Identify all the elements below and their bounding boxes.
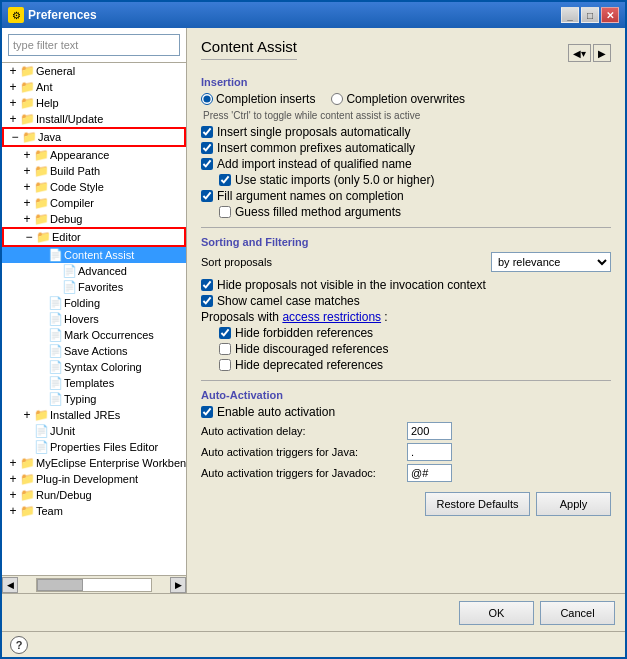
minimize-button[interactable]: _ bbox=[561, 7, 579, 23]
tree-label-general: General bbox=[36, 65, 75, 77]
sort-proposals-label: Sort proposals bbox=[201, 256, 272, 268]
apply-button[interactable]: Apply bbox=[536, 492, 611, 516]
folder-icon-run-debug: 📁 bbox=[20, 488, 34, 502]
check-use-static-input[interactable] bbox=[219, 174, 231, 186]
tree-label-plugin: Plug-in Development bbox=[36, 473, 138, 485]
check-guess-filled-input[interactable] bbox=[219, 206, 231, 218]
tree-item-java[interactable]: − 📁 Java bbox=[2, 127, 186, 147]
tree-item-syntax-coloring[interactable]: 📄 Syntax Coloring bbox=[2, 359, 186, 375]
tree-item-general[interactable]: + 📁 General bbox=[2, 63, 186, 79]
check-hide-forbidden-input[interactable] bbox=[219, 327, 231, 339]
maximize-button[interactable]: □ bbox=[581, 7, 599, 23]
nav-forward-button[interactable]: ▶ bbox=[593, 44, 611, 62]
folder-icon-editor: 📁 bbox=[36, 230, 50, 244]
tree-item-props[interactable]: 📄 Properties Files Editor bbox=[2, 439, 186, 455]
tree-item-typing[interactable]: 📄 Typing bbox=[2, 391, 186, 407]
tree-item-templates[interactable]: 📄 Templates bbox=[2, 375, 186, 391]
tree-label-syntax: Syntax Coloring bbox=[64, 361, 142, 373]
tree-item-myeclipse[interactable]: + 📁 MyEclipse Enterprise Workbenc bbox=[2, 455, 186, 471]
separator-1 bbox=[201, 227, 611, 228]
insertion-label: Insertion bbox=[201, 76, 611, 88]
radio-completion-overwrites: Completion overwrites bbox=[331, 92, 465, 106]
tree-item-favorites[interactable]: 📄 Favorites bbox=[2, 279, 186, 295]
restore-defaults-button[interactable]: Restore Defaults bbox=[425, 492, 530, 516]
tree-item-junit[interactable]: 📄 JUnit bbox=[2, 423, 186, 439]
auto-java-input[interactable] bbox=[407, 443, 452, 461]
tree-item-appearance[interactable]: + 📁 Appearance bbox=[2, 147, 186, 163]
tree-label-templates: Templates bbox=[64, 377, 114, 389]
folder-icon-install: 📁 bbox=[20, 112, 34, 126]
access-restrictions-link[interactable]: access restrictions bbox=[282, 310, 381, 324]
cancel-button[interactable]: Cancel bbox=[540, 601, 615, 625]
scroll-left-button[interactable]: ◀ bbox=[2, 577, 18, 593]
folder-icon-java: 📁 bbox=[22, 130, 36, 144]
tree-item-debug[interactable]: + 📁 Debug bbox=[2, 211, 186, 227]
page-icon-syntax: 📄 bbox=[48, 360, 62, 374]
tree-label-jres: Installed JREs bbox=[50, 409, 120, 421]
tree-item-compiler[interactable]: + 📁 Compiler bbox=[2, 195, 186, 211]
check-hide-deprecated-input[interactable] bbox=[219, 359, 231, 371]
sort-select[interactable]: by relevance alphabetically bbox=[491, 252, 611, 272]
check-insert-common-input[interactable] bbox=[201, 142, 213, 154]
tree-label-debug: Debug bbox=[50, 213, 82, 225]
tree-item-save-actions[interactable]: 📄 Save Actions bbox=[2, 343, 186, 359]
folder-icon-help: 📁 bbox=[20, 96, 34, 110]
check-fill-arg-input[interactable] bbox=[201, 190, 213, 202]
folder-icon-plugin: 📁 bbox=[20, 472, 34, 486]
close-button[interactable]: ✕ bbox=[601, 7, 619, 23]
expand-icon-code-style: + bbox=[20, 180, 34, 194]
expand-icon-debug: + bbox=[20, 212, 34, 226]
h-scrollbar[interactable] bbox=[36, 578, 152, 592]
window-icon: ⚙ bbox=[8, 7, 24, 23]
check-add-import-input[interactable] bbox=[201, 158, 213, 170]
tree-item-code-style[interactable]: + 📁 Code Style bbox=[2, 179, 186, 195]
proposals-access-row: Proposals with access restrictions : bbox=[201, 310, 611, 324]
radio-inserts-input[interactable] bbox=[201, 93, 213, 105]
preferences-window: ⚙ Preferences _ □ ✕ + 📁 General bbox=[0, 0, 627, 659]
folder-icon-jres: 📁 bbox=[34, 408, 48, 422]
check-camel-case-input[interactable] bbox=[201, 295, 213, 307]
auto-delay-input[interactable] bbox=[407, 422, 452, 440]
radio-overwrites-input[interactable] bbox=[331, 93, 343, 105]
tree-item-content-assist[interactable]: 📄 Content Assist bbox=[2, 247, 186, 263]
check-hide-forbidden-label: Hide forbidden references bbox=[235, 326, 373, 340]
tree-item-team[interactable]: + 📁 Team bbox=[2, 503, 186, 519]
proposals-colon: : bbox=[384, 310, 387, 324]
tree-item-ant[interactable]: + 📁 Ant bbox=[2, 79, 186, 95]
tree-item-help[interactable]: + 📁 Help bbox=[2, 95, 186, 111]
check-hide-not-visible-label: Hide proposals not visible in the invoca… bbox=[217, 278, 486, 292]
expand-icon-templates bbox=[34, 376, 48, 390]
tree-item-run-debug[interactable]: + 📁 Run/Debug bbox=[2, 487, 186, 503]
expand-icon-junit bbox=[20, 424, 34, 438]
check-hide-not-visible-input[interactable] bbox=[201, 279, 213, 291]
tree-item-advanced[interactable]: 📄 Advanced bbox=[2, 263, 186, 279]
nav-back-button[interactable]: ◀▾ bbox=[568, 44, 591, 62]
check-insert-single-input[interactable] bbox=[201, 126, 213, 138]
tree-item-hovers[interactable]: 📄 Hovers bbox=[2, 311, 186, 327]
page-icon-advanced: 📄 bbox=[62, 264, 76, 278]
hint-text: Press 'Ctrl' to toggle while content ass… bbox=[201, 110, 611, 121]
ok-button[interactable]: OK bbox=[459, 601, 534, 625]
tree-item-folding[interactable]: 📄 Folding bbox=[2, 295, 186, 311]
tree-item-install[interactable]: + 📁 Install/Update bbox=[2, 111, 186, 127]
check-insert-common-label: Insert common prefixes automatically bbox=[217, 141, 415, 155]
page-icon-save-actions: 📄 bbox=[48, 344, 62, 358]
expand-icon-props bbox=[20, 440, 34, 454]
tree-label-install: Install/Update bbox=[36, 113, 103, 125]
tree-label-ant: Ant bbox=[36, 81, 53, 93]
tree-item-installed-jres[interactable]: + 📁 Installed JREs bbox=[2, 407, 186, 423]
tree-label-advanced: Advanced bbox=[78, 265, 127, 277]
tree-item-plugin[interactable]: + 📁 Plug-in Development bbox=[2, 471, 186, 487]
check-hide-discouraged-input[interactable] bbox=[219, 343, 231, 355]
filter-input[interactable] bbox=[8, 34, 180, 56]
folder-icon-general: 📁 bbox=[20, 64, 34, 78]
tree-item-mark-occurrences[interactable]: 📄 Mark Occurrences bbox=[2, 327, 186, 343]
tree-item-build-path[interactable]: + 📁 Build Path bbox=[2, 163, 186, 179]
help-icon[interactable]: ? bbox=[10, 636, 28, 654]
auto-javadoc-input[interactable] bbox=[407, 464, 452, 482]
check-enable-auto-input[interactable] bbox=[201, 406, 213, 418]
tree-label-content-assist: Content Assist bbox=[64, 249, 134, 261]
tree-label-team: Team bbox=[36, 505, 63, 517]
tree-item-editor[interactable]: − 📁 Editor bbox=[2, 227, 186, 247]
scroll-right-button[interactable]: ▶ bbox=[170, 577, 186, 593]
